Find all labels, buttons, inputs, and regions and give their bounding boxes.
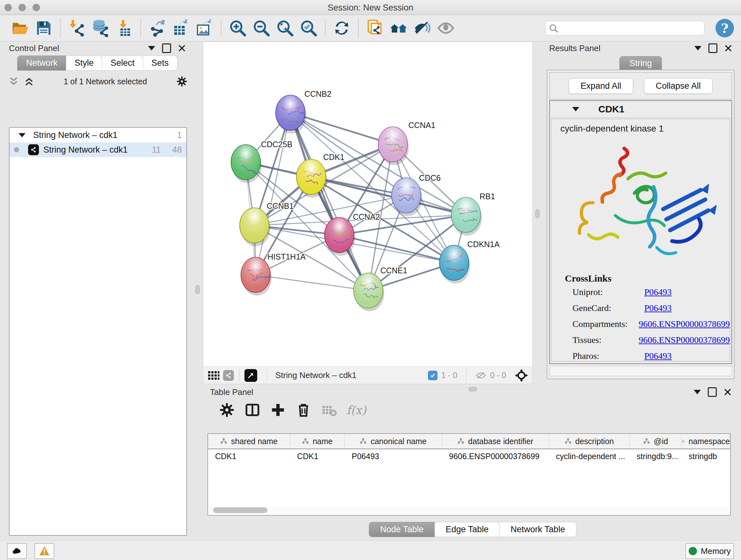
crosslink-link[interactable]: P06493 — [644, 303, 672, 313]
node-table[interactable]: shared namenamecanonical namedatabase id… — [207, 433, 731, 516]
import-network-icon[interactable] — [68, 19, 86, 37]
zoom-fit-icon[interactable] — [276, 19, 294, 37]
cell-canonical-name[interactable]: P06493 — [345, 449, 442, 463]
expand-all-icon[interactable] — [23, 76, 35, 87]
float-panel-icon[interactable] — [708, 387, 717, 397]
network-canvas[interactable]: CCNB2CCNA1CDC25BCDK1CDC6RB1CCNB1CCNA2CDK… — [203, 42, 532, 367]
gear-icon[interactable] — [176, 76, 188, 87]
tab-network-table[interactable]: Network Table — [500, 522, 576, 537]
vertical-splitter-handle[interactable] — [195, 285, 200, 294]
crosslink-link[interactable]: P06493 — [644, 287, 672, 297]
network-edge[interactable] — [256, 275, 368, 291]
show-all-icon[interactable] — [437, 19, 455, 37]
collapse-panel-icon[interactable] — [148, 46, 155, 51]
cell-name[interactable]: CDK1 — [290, 449, 345, 463]
network-node-ccne1[interactable]: CCNE1 — [354, 266, 407, 311]
crosslink-link[interactable]: P06493 — [644, 351, 672, 361]
cell--id[interactable]: stringdb:9... — [630, 449, 682, 463]
network-node-ccna2[interactable]: CCNA2 — [325, 212, 380, 256]
collapse-panel-icon[interactable] — [694, 46, 701, 51]
zoom-selected-icon[interactable] — [300, 19, 318, 37]
table-horizontal-scrollbar[interactable] — [209, 507, 729, 514]
zoom-out-icon[interactable] — [253, 19, 270, 37]
selected-checkbox[interactable] — [428, 371, 437, 380]
column-header-canonical-name[interactable]: canonical name — [345, 434, 442, 449]
table-gear-icon[interactable] — [219, 402, 235, 418]
collapse-all-button[interactable]: Collapse All — [644, 78, 713, 94]
column-header-shared-name[interactable]: shared name — [208, 434, 290, 449]
scrollbar-thumb[interactable] — [213, 507, 267, 513]
collapse-panel-icon[interactable] — [694, 390, 701, 394]
show-columns-icon[interactable] — [245, 402, 260, 418]
grid-view-icon[interactable] — [207, 369, 220, 382]
cell-shared-name[interactable]: CDK1 — [208, 449, 290, 463]
network-node-ccnb2[interactable]: CCNB2 — [276, 89, 331, 133]
refresh-icon[interactable] — [333, 19, 351, 37]
cloud-status-button[interactable] — [7, 543, 27, 559]
export-table-icon[interactable] — [172, 19, 190, 37]
help-button[interactable]: ? — [716, 19, 734, 37]
tab-edge-table[interactable]: Edge Table — [434, 522, 500, 537]
card-collapse-icon[interactable] — [572, 107, 579, 111]
tab-sets[interactable]: Sets — [143, 56, 178, 71]
memory-button[interactable]: Memory — [685, 543, 734, 559]
first-neighbors-icon[interactable] — [390, 19, 408, 37]
network-row[interactable]: String Network – cdk1 11 48 — [10, 142, 186, 157]
column-header--id[interactable]: @id — [630, 434, 682, 449]
add-column-icon[interactable] — [270, 402, 286, 418]
network-view[interactable]: CCNB2CCNA1CDC25BCDK1CDC6RB1CCNB1CCNA2CDK… — [203, 42, 533, 384]
export-image-icon[interactable] — [196, 19, 213, 37]
close-panel-icon[interactable] — [724, 44, 732, 52]
hide-selected-icon[interactable] — [413, 19, 431, 37]
float-panel-icon[interactable] — [709, 44, 718, 53]
network-edge[interactable] — [256, 113, 290, 275]
tree-expand-icon[interactable] — [18, 133, 25, 137]
network-node-cdk1[interactable]: CDK1 — [296, 152, 344, 198]
column-header-description[interactable]: description — [549, 434, 630, 449]
float-panel-icon[interactable] — [162, 44, 171, 53]
column-header-name[interactable]: name — [290, 434, 345, 449]
tab-select[interactable]: Select — [102, 56, 143, 71]
close-panel-icon[interactable] — [178, 44, 186, 52]
network-node-cdc25b[interactable]: CDC25B — [231, 140, 292, 183]
network-node-cdkn1a[interactable]: CDKN1A — [440, 240, 500, 284]
open-session-icon[interactable] — [11, 19, 29, 37]
import-table-icon[interactable] — [115, 19, 133, 37]
column-header-namespace[interactable]: namespace — [682, 434, 730, 449]
tab-network[interactable]: Network — [17, 56, 66, 71]
cell-description[interactable]: cyclin-dependent ... — [549, 449, 630, 463]
column-header-database-identifier[interactable]: database identifier — [442, 434, 549, 449]
search-field[interactable] — [545, 21, 704, 36]
search-input[interactable] — [545, 21, 704, 36]
navigate-crosshair-icon[interactable] — [515, 368, 529, 382]
expand-all-button[interactable]: Expand All — [569, 78, 633, 94]
zoom-in-icon[interactable] — [229, 19, 247, 37]
vertical-splitter-handle[interactable] — [535, 209, 540, 218]
save-session-icon[interactable] — [35, 19, 53, 37]
close-panel-icon[interactable] — [724, 388, 731, 396]
cell-database-identifier[interactable]: 9606.ENSP00000378699 — [442, 449, 549, 463]
horizontal-splitter-handle[interactable] — [468, 387, 477, 391]
tab-string[interactable]: String — [619, 56, 662, 71]
crosslink-link[interactable]: 9606.ENSP00000378699 — [639, 335, 730, 345]
network-share-icon[interactable] — [223, 370, 234, 381]
collapse-all-icon[interactable] — [8, 76, 19, 87]
crosslink-link[interactable]: 9606.ENSP00000378699 — [639, 319, 730, 329]
export-network-icon[interactable] — [148, 19, 166, 37]
network-edge[interactable] — [290, 113, 368, 291]
network-node-hist1h1a[interactable]: HIST1H1A — [241, 252, 306, 296]
import-database-icon[interactable] — [91, 19, 110, 37]
network-collection-row[interactable]: String Network – cdk1 1 — [10, 128, 186, 142]
delete-column-icon[interactable] — [295, 402, 312, 418]
birds-eye-view-icon[interactable] — [245, 369, 257, 382]
network-node-rb1[interactable]: RB1 — [451, 192, 495, 236]
tab-node-table[interactable]: Node Table — [369, 522, 434, 537]
protein-card-header[interactable]: CDK1 — [550, 101, 731, 118]
network-node-cdc6[interactable]: CDC6 — [392, 173, 441, 216]
cell-namespace[interactable]: stringdb — [682, 449, 730, 463]
table-row[interactable]: CDK1CDK1P064939606.ENSP00000378699cyclin… — [208, 449, 730, 463]
clone-network-icon[interactable] — [366, 19, 384, 37]
tab-style[interactable]: Style — [66, 56, 102, 71]
results-scrollbar[interactable] — [549, 366, 732, 376]
warning-status-button[interactable] — [35, 543, 54, 559]
